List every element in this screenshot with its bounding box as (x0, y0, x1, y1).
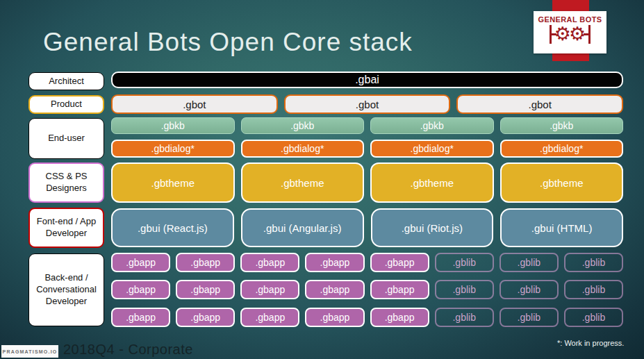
gbtheme-box: .gbtheme (500, 162, 624, 203)
role-label-end-user: End-user (28, 118, 104, 159)
gbtheme-box: .gbtheme (241, 162, 365, 203)
gbkb-box: .gbkb (370, 117, 494, 134)
gbdialog-box: .gbdialog* (370, 140, 494, 158)
gbui-react-box: .gbui (React.js) (111, 208, 234, 247)
page-title: General Bots Open Core stack (43, 28, 488, 57)
slide-caption: 2018Q4 - Corporate (63, 342, 193, 358)
gbui-row: .gbui (React.js) .gbui (Angular.js) .gbu… (111, 208, 623, 247)
gbapp-box: .gbapp (176, 280, 235, 299)
role-label-css-ps-designers: CSS & PS Designers (28, 162, 104, 203)
gbkb-box: .gbkb (111, 117, 235, 134)
gbapp-box: .gbapp (305, 253, 364, 272)
gbui-html-box: .gbui (HTML) (500, 208, 623, 247)
gbtheme-box: .gbtheme (111, 162, 235, 203)
gblib-box: .gblib (499, 308, 559, 327)
gbapp-box: .gbapp (240, 308, 299, 327)
gbapp-box: .gbapp (111, 253, 170, 272)
gbapp-box: .gbapp (176, 253, 235, 272)
gbtheme-box: .gbtheme (370, 162, 494, 203)
gblib-box: .gblib (435, 280, 494, 299)
gbapp-box: .gbapp (305, 308, 364, 327)
gblib-box: .gblib (435, 308, 494, 327)
gbai-row: .gbai (111, 72, 623, 88)
role-label-product: Product (28, 95, 104, 114)
gear-bracket-left-icon (550, 25, 552, 44)
gbapp-box: .gbapp (111, 280, 170, 299)
gbapp-box: .gbapp (370, 253, 429, 272)
gbkb-box: .gbkb (241, 117, 365, 134)
role-label-back-end-conversational-developer: Back-end / Conversational Developer (28, 253, 104, 326)
gblib-box: .gblib (564, 308, 623, 327)
gbapp-box: .gbapp (240, 280, 299, 299)
slide: General Bots Open Core stack GENERAL BOT… (0, 0, 644, 359)
gblib-box: .gblib (564, 253, 623, 272)
pragmatismo-watermark: PRAGMATISMO.IO (1, 345, 58, 358)
role-label-architect: Architect (28, 72, 104, 90)
gbot-box: .gbot (284, 94, 451, 114)
gblib-box: .gblib (499, 280, 559, 299)
gbdialog-box: .gbdialog* (241, 140, 365, 158)
gbapp-box: .gbapp (370, 280, 429, 299)
gbdialog-box: .gbdialog* (111, 140, 235, 158)
general-bots-logo: GENERAL BOTS ⚙ ⚙ (534, 11, 606, 53)
gbapp-box: .gbapp (370, 308, 429, 327)
gbapp-box: .gbapp (176, 308, 235, 327)
gblib-box: .gblib (564, 280, 623, 299)
gblib-box: .gblib (435, 253, 494, 272)
work-in-progress-note: *: Work in progress. (557, 339, 624, 347)
gbdialog-row: .gbdialog* .gbdialog* .gbdialog* .gbdial… (111, 140, 623, 158)
gbapp-box: .gbapp (305, 280, 364, 299)
gbapp-box: .gbapp (111, 308, 170, 327)
role-label-front-end-app-developer: Font-end / App Developer (28, 208, 104, 248)
gbui-angular-box: .gbui (Angular.js) (241, 208, 364, 247)
gbai-box: .gbai (111, 72, 623, 88)
gbkb-box: .gbkb (500, 117, 624, 134)
gbkb-row: .gbkb .gbkb .gbkb .gbkb (111, 117, 623, 134)
gbot-row: .gbot .gbot .gbot (111, 94, 623, 114)
gbapp-gblib-row: .gbapp .gbapp .gbapp .gbapp .gbapp .gbli… (111, 280, 623, 299)
gbot-box: .gbot (111, 94, 278, 114)
gbtheme-row: .gbtheme .gbtheme .gbtheme .gbtheme (111, 162, 623, 203)
gbapp-gblib-row: .gbapp .gbapp .gbapp .gbapp .gbapp .gbli… (111, 308, 623, 327)
gears-icon: ⚙ ⚙ (550, 24, 591, 44)
gbui-riot-box: .gbui (Riot.js) (371, 208, 494, 247)
gbdialog-box: .gbdialog* (500, 140, 624, 158)
gbot-box: .gbot (456, 94, 623, 114)
gbapp-box: .gbapp (240, 253, 299, 272)
gear-bracket-right-icon (588, 25, 591, 44)
gbapp-gblib-row: .gbapp .gbapp .gbapp .gbapp .gbapp .gbli… (111, 253, 623, 272)
gblib-box: .gblib (499, 253, 559, 272)
